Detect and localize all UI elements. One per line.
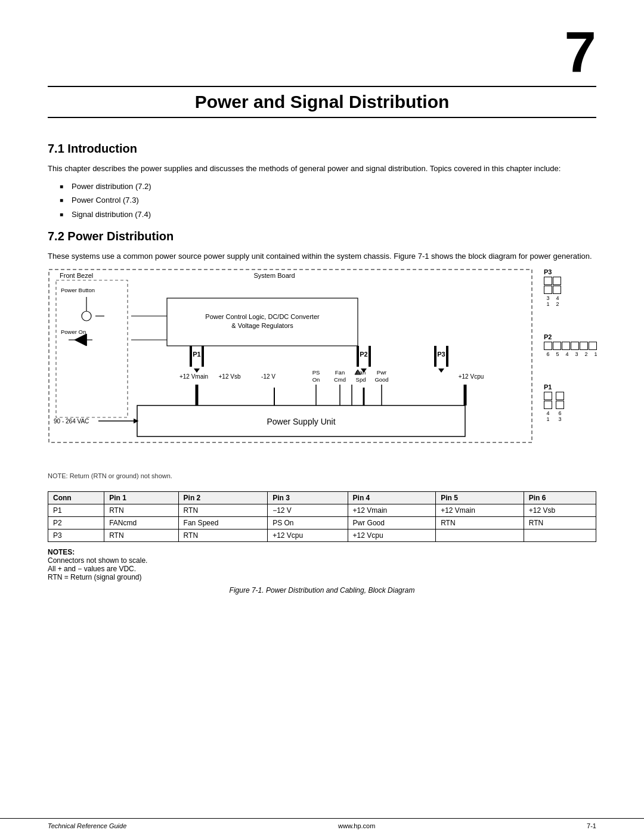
table-row-p3: P3 RTN RTN +12 Vcpu +12 Vcpu [48, 529, 596, 541]
p3-pin1 [544, 286, 552, 294]
connector-p2: P2 6 5 4 [544, 333, 600, 357]
content-main: 7.1 Introduction This chapter describes … [48, 136, 596, 797]
svg-point-3 [82, 311, 91, 321]
table-row-p1: P1 RTN RTN −12 V +12 Vmain +12 Vmain +12… [48, 504, 596, 516]
p2-pin3-val: PS On [268, 516, 348, 529]
p1-pin6-val: +12 Vsb [524, 504, 596, 516]
p2-label1: 1 [592, 351, 600, 357]
p2-pin2 [580, 342, 588, 350]
notes-label: NOTES: [48, 548, 596, 556]
vac-label: 90 - 264 VAC [54, 418, 89, 425]
p2-pin5-val: RTN [436, 516, 524, 529]
col-header-pin6: Pin 6 [524, 491, 596, 504]
p1-pin2-val: RTN [178, 504, 268, 516]
p3-num4: 4 [553, 295, 562, 301]
p2-label2: 2 [582, 351, 590, 357]
p3-pin3-val: +12 Vcpu [268, 529, 348, 541]
p2-label3: 3 [572, 351, 581, 357]
p3-num2: 2 [553, 301, 562, 307]
diagram-main: Front Bezel System Board Power Button Po… [48, 268, 537, 485]
vcpu-label: +12 Vcpu [459, 373, 484, 380]
svg-marker-20 [438, 368, 444, 373]
p1-pin1-val: RTN [104, 504, 178, 516]
p2-pin4-val: Pwr Good [348, 516, 436, 529]
p2-pin5 [553, 342, 561, 350]
connector-p3-label: P3 [544, 268, 552, 275]
p1-num3: 3 [556, 416, 564, 422]
p2-pin1 [589, 342, 597, 350]
page-container: 7 Power and Signal Distribution 7.1 Intr… [0, 0, 644, 833]
col-header-pin5: Pin 5 [436, 491, 524, 504]
svg-marker-14 [194, 368, 200, 373]
power-distribution-diagram: Front Bezel System Board Power Button Po… [48, 268, 537, 468]
p1-label: P1 [193, 351, 200, 358]
p1-num4: 4 [544, 410, 552, 416]
note-item-2: All + and − values are VDC. [48, 565, 596, 573]
p3-pin2 [553, 286, 561, 294]
p3-pin4 [553, 277, 561, 285]
section-71-bullets: Power distribution (7.2) Power Control (… [60, 181, 596, 221]
psu-label: Power Supply Unit [267, 417, 335, 426]
ps-on-label: PS [312, 369, 320, 376]
connector-p3: P3 3 4 [544, 268, 562, 307]
p3-num1: 1 [544, 301, 552, 307]
p1-pin4 [544, 392, 552, 400]
fan-spd-label: Fan [356, 369, 366, 376]
p1-pin4-val: +12 Vmain [348, 504, 436, 516]
pwr-good-sub: Good [374, 376, 388, 383]
note-item-3: RTN = Return (signal ground) [48, 573, 596, 581]
fan-cmd-label: Fan [335, 369, 345, 376]
front-bezel-label: Front Bezel [60, 272, 93, 279]
note-item-1: Connectors not shown to scale. [48, 556, 596, 565]
neg12v-arrow-label: -12 V [261, 373, 275, 380]
vsb-arrow-label: +12 Vsb [219, 373, 241, 380]
p2-pin6 [544, 342, 552, 350]
p2-pin3 [571, 342, 579, 350]
p3-pin2-val: RTN [178, 529, 268, 541]
table-row-p2: P2 FANcmd Fan Speed PS On Pwr Good RTN R… [48, 516, 596, 529]
diagram-area: Front Bezel System Board Power Button Po… [48, 268, 596, 485]
power-button-label: Power Button [61, 287, 95, 293]
footer-left: Technical Reference Guide [48, 822, 126, 829]
notes-section: NOTES: Connectors not shown to scale. Al… [48, 548, 596, 581]
p2-label: P2 [360, 351, 367, 358]
p2-label4: 4 [563, 351, 571, 357]
footer-center: www.hp.com [338, 822, 375, 829]
connector-p1: P1 4 [544, 383, 564, 422]
p2-pin2-val: Fan Speed [178, 516, 268, 529]
p1-num6: 6 [556, 410, 564, 416]
power-control-label: Power Control Logic, DC/DC Converter [205, 313, 320, 320]
p3-conn: P3 [48, 529, 104, 541]
bullet-item-1: Power distribution (7.2) [60, 181, 596, 193]
p3-pin6-val [524, 529, 596, 541]
vmain-arrow-label: +12 Vmain [179, 373, 208, 380]
diagram-note: NOTE: Return (RTN or ground) not shown. [48, 472, 537, 479]
p2-label6: 6 [544, 351, 552, 357]
ps-on-sub: On [312, 376, 320, 383]
p1-pin3-val: −12 V [268, 504, 348, 516]
fan-cmd-sub: Cmd [334, 376, 346, 383]
p3-pin5-val [436, 529, 524, 541]
fan-spd-sub: Spd [356, 376, 366, 383]
connector-p1-label: P1 [544, 383, 552, 391]
chapter-title-bar: Power and Signal Distribution [48, 86, 596, 118]
section-72-body: These systems use a common power source … [48, 250, 596, 262]
chapter-title: Power and Signal Distribution [48, 92, 596, 112]
p2-pin6-val: RTN [524, 516, 596, 529]
col-header-pin3: Pin 3 [268, 491, 348, 504]
p1-pin1 [544, 401, 552, 409]
p3-pin1-val: RTN [104, 529, 178, 541]
pwr-good-label: Pwr [377, 369, 386, 376]
p1-conn: P1 [48, 504, 104, 516]
p3-pin3 [544, 277, 552, 285]
p2-pin4 [562, 342, 570, 350]
p1-pin6 [556, 392, 564, 400]
p1-num1: 1 [544, 416, 552, 422]
bullet-item-3: Signal distribution (7.4) [60, 209, 596, 221]
p2-label5: 5 [553, 351, 562, 357]
power-on-label: Power On [61, 329, 86, 335]
section-72-heading: 7.2 Power Distribution [48, 230, 596, 243]
p2-pin1-val: FANcmd [104, 516, 178, 529]
p1-pin3 [556, 401, 564, 409]
figure-caption: Figure 7-1. Power Distribution and Cabli… [48, 586, 596, 594]
